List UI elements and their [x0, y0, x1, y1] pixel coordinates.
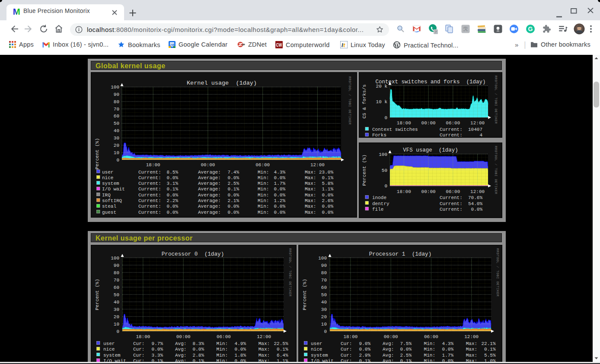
svg-text:guest: guest — [102, 210, 116, 215]
svg-text:30: 30 — [114, 136, 119, 141]
svg-text:Cur:: Cur: — [133, 341, 144, 346]
svg-text:4.9%: 4.9% — [235, 341, 246, 346]
svg-text:0.0%: 0.0% — [228, 193, 239, 198]
svg-text:softIRQ: softIRQ — [102, 198, 122, 203]
svg-text:steal: steal — [102, 204, 116, 209]
svg-text:80: 80 — [114, 270, 119, 275]
svg-text:20: 20 — [114, 314, 119, 320]
svg-text:1.7%: 1.7% — [442, 353, 454, 358]
svg-text:0.0%: 0.0% — [274, 175, 286, 180]
svg-text:Current:: Current: — [138, 204, 161, 209]
svg-text:Min:: Min: — [424, 358, 435, 362]
svg-text:IRQ: IRQ — [102, 193, 111, 198]
svg-text:0.0%: 0.0% — [400, 347, 412, 352]
svg-text:nice: nice — [103, 347, 115, 352]
svg-text:100: 100 — [318, 256, 327, 261]
svg-text:2.9%: 2.9% — [359, 353, 371, 358]
svg-text:9.7%: 9.7% — [152, 341, 163, 346]
svg-text:20: 20 — [321, 314, 327, 320]
svg-text:Min:: Min: — [258, 204, 269, 209]
svg-text:system: system — [102, 181, 119, 186]
svg-text:system: system — [103, 353, 121, 358]
svg-text:0.0%: 0.0% — [228, 175, 239, 180]
svg-text:0.0%: 0.0% — [322, 210, 334, 215]
svg-text:dentry: dentry — [372, 201, 389, 206]
svg-text:28: 28 — [170, 43, 174, 47]
svg-text:file: file — [372, 207, 383, 212]
svg-text:Percent (%): Percent (%) — [95, 138, 100, 170]
svg-text:Max:: Max: — [259, 358, 270, 362]
svg-text:5.8%: 5.8% — [322, 181, 334, 186]
svg-text:0.0%: 0.0% — [322, 193, 334, 198]
svg-text:Average:: Average: — [198, 170, 221, 175]
svg-text:Cur:: Cur: — [341, 341, 352, 346]
svg-text:3.3%: 3.3% — [152, 353, 163, 358]
svg-text:0.1%: 0.1% — [277, 347, 288, 352]
svg-text:Max:: Max: — [305, 170, 316, 175]
svg-text:Average:: Average: — [198, 187, 221, 192]
svg-text:22.1%: 22.1% — [481, 341, 495, 346]
svg-text:7.4%: 7.4% — [228, 170, 239, 175]
svg-text:Percent (%): Percent (%) — [362, 155, 367, 186]
svg-text:Current:: Current: — [138, 187, 161, 192]
svg-text:0.0%: 0.0% — [322, 204, 334, 209]
svg-text:30: 30 — [321, 307, 327, 312]
svg-text:Max:: Max: — [259, 353, 270, 358]
svg-text:Avg:: Avg: — [175, 347, 186, 352]
svg-text:1.1%: 1.1% — [277, 358, 288, 362]
svg-text:Current:: Current: — [138, 170, 161, 175]
svg-text:1.0%: 1.0% — [484, 358, 496, 362]
svg-text:I/O wait: I/O wait — [311, 358, 334, 362]
svg-text:Max:: Max: — [305, 193, 316, 198]
svg-text:Max:: Max: — [466, 347, 477, 352]
svg-text:4.3%: 4.3% — [442, 341, 454, 346]
svg-text:Current:: Current: — [440, 201, 463, 206]
svg-text:Min:: Min: — [217, 358, 228, 362]
svg-text:Current:: Current: — [138, 193, 161, 198]
svg-text:0.0%: 0.0% — [228, 204, 239, 209]
svg-text:Min:: Min: — [258, 187, 269, 192]
svg-text:100: 100 — [111, 256, 119, 261]
svg-text:50: 50 — [114, 121, 119, 126]
svg-text:0.1%: 0.1% — [152, 358, 163, 362]
svg-text:0.1%: 0.1% — [228, 187, 239, 192]
svg-text:RRDTOOL / TOBI OETIKER: RRDTOOL / TOBI OETIKER — [496, 248, 499, 297]
svg-text:1.8%: 1.8% — [235, 353, 246, 358]
svg-text:0.0%: 0.0% — [235, 347, 246, 352]
svg-text:0.0%: 0.0% — [274, 193, 286, 198]
svg-text:0.0%: 0.0% — [442, 358, 454, 362]
svg-text:20: 20 — [114, 143, 119, 148]
svg-text:0.0%: 0.0% — [167, 193, 179, 198]
svg-text:2.5%: 2.5% — [400, 353, 412, 358]
svg-text:2.6%: 2.6% — [322, 198, 334, 203]
svg-text:user: user — [103, 341, 115, 346]
svg-text:0.0%: 0.0% — [471, 207, 483, 212]
svg-text:Min:: Min: — [258, 198, 269, 203]
svg-text:RRDTOOL / TOBI OETIKER: RRDTOOL / TOBI OETIKER — [288, 248, 292, 297]
svg-text:10: 10 — [114, 150, 119, 155]
svg-text:2.1%: 2.1% — [228, 198, 239, 203]
svg-text:0.1%: 0.1% — [359, 358, 371, 362]
svg-text:RRDTOOL / TOBI OETIKER: RRDTOOL / TOBI OETIKER — [494, 146, 498, 194]
svg-text:Max:: Max: — [305, 204, 316, 209]
svg-text:00:00: 00:00 — [176, 334, 191, 339]
svg-text:3.1%: 3.1% — [167, 181, 179, 186]
svg-text:0.0%: 0.0% — [274, 210, 286, 215]
svg-text:Min:: Min: — [217, 347, 228, 352]
svg-text:Avg:: Avg: — [383, 341, 394, 346]
svg-text:12:00: 12:00 — [257, 334, 271, 339]
svg-text:Current:: Current: — [138, 210, 161, 215]
svg-text:0.0%: 0.0% — [167, 204, 179, 209]
svg-text:Min:: Min: — [258, 170, 269, 175]
svg-text:Avg:: Avg: — [383, 353, 394, 358]
svg-text:90: 90 — [114, 263, 119, 268]
svg-text:RRDTOOL / TOBI OETIKER: RRDTOOL / TOBI OETIKER — [494, 76, 498, 124]
svg-text:50: 50 — [321, 292, 327, 298]
svg-text:00:00: 00:00 — [384, 334, 398, 339]
svg-text:0: 0 — [116, 158, 119, 163]
svg-text:Processor 1 (1day): Processor 1 (1day) — [369, 251, 432, 257]
svg-text:Min:: Min: — [258, 210, 269, 215]
svg-text:Max:: Max: — [466, 341, 477, 346]
svg-text:Cur:: Cur: — [341, 347, 352, 352]
svg-text:12:00: 12:00 — [310, 162, 325, 168]
